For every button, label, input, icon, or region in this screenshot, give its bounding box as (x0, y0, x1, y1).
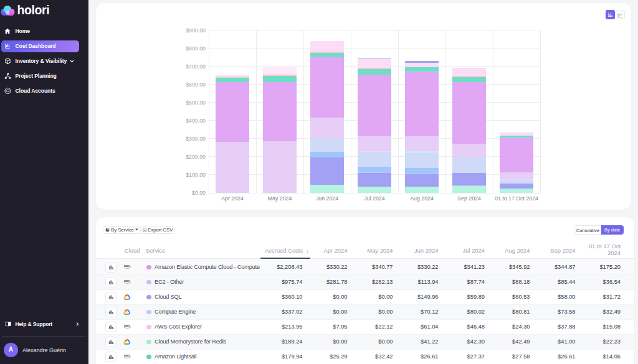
svg-text:$200.00: $200.00 (186, 154, 206, 160)
svg-text:$600.00: $600.00 (186, 82, 206, 88)
svg-text:aws: aws (124, 279, 130, 282)
svg-text:aws: aws (124, 324, 130, 327)
svg-text:$500.00: $500.00 (186, 100, 206, 106)
svg-text:$900.00: $900.00 (186, 27, 206, 34)
svg-text:May 2024: May 2024 (268, 195, 292, 202)
svg-text:aws: aws (124, 264, 130, 268)
svg-text:01 to 17 Oct 2024: 01 to 17 Oct 2024 (495, 195, 538, 202)
svg-text:$0.00: $0.00 (192, 190, 206, 196)
svg-text:Aug 2024: Aug 2024 (410, 195, 434, 202)
svg-text:$400.00: $400.00 (186, 118, 206, 124)
svg-text:$300.00: $300.00 (186, 136, 206, 142)
svg-text:Jul 2024: Jul 2024 (364, 195, 384, 202)
svg-text:$100.00: $100.00 (186, 172, 206, 178)
svg-text:Sep 2024: Sep 2024 (457, 195, 481, 202)
svg-text:$700.00: $700.00 (186, 63, 206, 70)
svg-text:$800.00: $800.00 (186, 45, 206, 52)
svg-text:aws: aws (124, 354, 130, 357)
svg-text:Jun 2024: Jun 2024 (316, 195, 338, 202)
svg-text:Apr 2024: Apr 2024 (221, 195, 244, 202)
